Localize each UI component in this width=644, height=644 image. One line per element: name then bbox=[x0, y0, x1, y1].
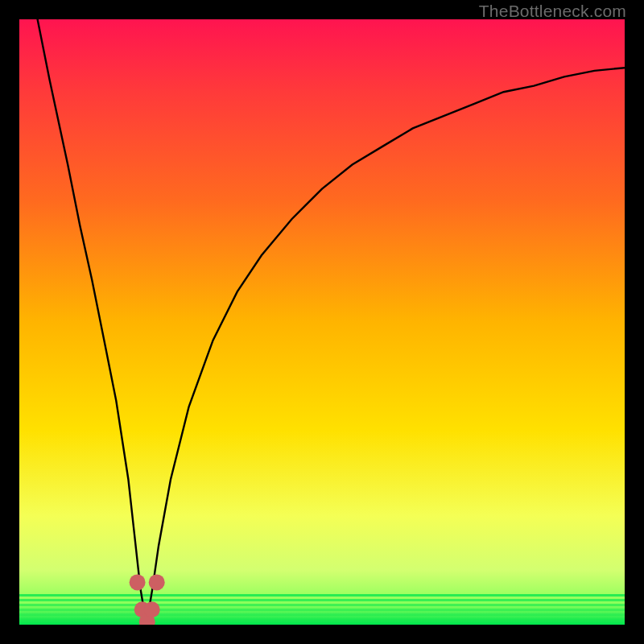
gradient-background bbox=[19, 19, 625, 625]
watermark-text: TheBottleneck.com bbox=[479, 2, 626, 21]
svg-rect-2 bbox=[19, 609, 625, 611]
chart-frame bbox=[19, 19, 625, 625]
marker-dot bbox=[144, 601, 160, 617]
svg-rect-4 bbox=[19, 599, 625, 601]
bottleneck-chart bbox=[19, 19, 625, 625]
svg-rect-3 bbox=[19, 604, 625, 606]
marker-dot bbox=[130, 574, 146, 590]
svg-rect-5 bbox=[19, 594, 625, 597]
svg-rect-0 bbox=[19, 618, 625, 621]
marker-dot bbox=[149, 574, 165, 590]
svg-rect-1 bbox=[19, 613, 625, 616]
